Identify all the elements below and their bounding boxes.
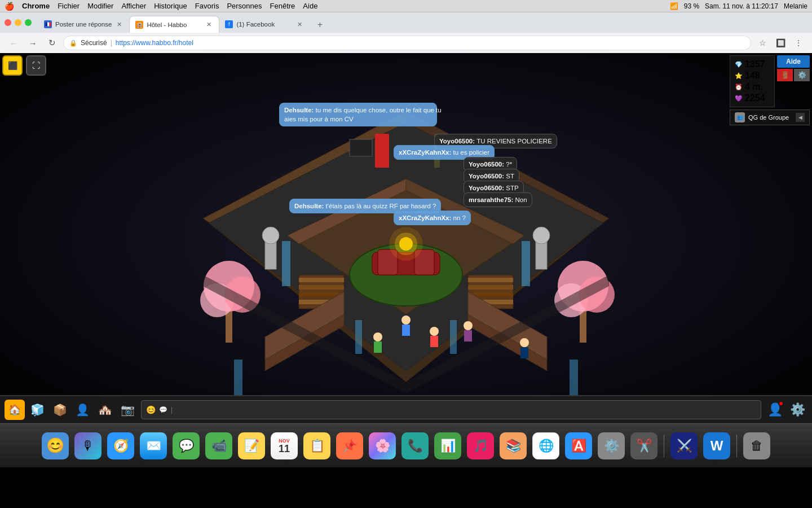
dock-numbers[interactable]: 📊 [433, 431, 463, 461]
calendar-icon: NOV 11 [271, 432, 298, 459]
menu-historique[interactable]: Historique [154, 2, 187, 10]
svg-rect-57 [570, 360, 578, 399]
bottom-left-icons: 🏠 🧊 📦 👤 🏘️ 📷 [5, 400, 138, 420]
svg-rect-44 [402, 325, 410, 336]
close-button[interactable] [5, 19, 11, 26]
chat-emoji-button[interactable]: 😊 [146, 405, 156, 414]
dock-mail[interactable]: ✉️ [138, 431, 169, 461]
heart-icon: 💜 [735, 95, 743, 102]
habbo-icon-rooms[interactable]: 🏘️ [95, 400, 115, 420]
chat-text-input[interactable] [171, 406, 756, 414]
forward-button[interactable]: → [25, 35, 41, 51]
menu-favoris[interactable]: Favoris [195, 2, 219, 10]
habbo-settings-icon[interactable]: ⚙️ [787, 400, 807, 420]
address-separator: | [111, 39, 112, 47]
window-controls [5, 19, 32, 26]
dock-facetime2[interactable]: 📞 [400, 431, 430, 461]
habbo-fullscreen-button[interactable]: ⛶ [26, 55, 46, 76]
hud-icon-buttons-row: 🚪 ⚙️ [777, 69, 810, 81]
dock-league[interactable]: ⚔️ [669, 431, 699, 461]
dock-safari[interactable]: 🧭 [105, 431, 136, 461]
tab3-close[interactable]: ✕ [295, 20, 304, 29]
dock-facetime[interactable]: 📹 [204, 431, 234, 461]
svg-rect-48 [374, 341, 382, 353]
dock-reminders2[interactable]: 📌 [334, 431, 365, 461]
chat-username-8: Dehsulte: [294, 203, 326, 209]
habbo-game-canvas[interactable]: Dehsulte: tu me dis quelque chose, outre… [0, 53, 812, 423]
macos-menubar: 🍎 Chrome Fichier Modifier Afficher Histo… [0, 0, 812, 12]
dock-notes2[interactable]: 📋 [302, 431, 332, 461]
reload-button[interactable]: ↻ [44, 35, 60, 51]
menu-personnes[interactable]: Personnes [227, 2, 262, 10]
svg-rect-18 [468, 285, 513, 290]
dock-word[interactable]: W [701, 431, 732, 461]
apple-menu[interactable]: 🍎 [5, 2, 14, 11]
dock-systemprefs[interactable]: ⚙️ [596, 431, 626, 461]
security-label: Sécurisé [81, 39, 107, 47]
dock-notes[interactable]: 📝 [236, 431, 267, 461]
dock-photos[interactable]: 🌸 [367, 431, 398, 461]
tab3-title: (1) Facebook [236, 21, 292, 28]
dock-finder[interactable]: 😊 [40, 431, 70, 461]
tab-poster-reponse[interactable]: 🇫🇷 Poster une réponse ✕ [38, 16, 129, 33]
menu-chrome[interactable]: Chrome [22, 2, 50, 10]
aide-button[interactable]: Aide [777, 55, 810, 68]
tab-habbo-hotel[interactable]: 🏨 Hôtel - Habbo ✕ [129, 16, 219, 33]
dock-messages[interactable]: 💬 [171, 431, 201, 461]
bookmark-star-button[interactable]: ☆ [754, 35, 770, 51]
svg-marker-41 [375, 134, 389, 168]
habbo-navigate-button[interactable]: 🚪 [777, 69, 793, 81]
chat-username-2: Yoyo06500: [439, 138, 476, 144]
back-button[interactable]: ← [6, 35, 21, 51]
chrome-menu-button[interactable]: ⋮ [791, 35, 806, 51]
dock-appstore[interactable]: 🅰️ [563, 431, 594, 461]
chat-text-3: tu es policier [453, 149, 490, 156]
dock-music[interactable]: 🎵 [465, 431, 496, 461]
dock-books[interactable]: 📚 [498, 431, 528, 461]
habbo-icon-catalog[interactable]: 🧊 [27, 400, 47, 420]
expand-icon: ⛶ [32, 61, 40, 70]
tab-facebook[interactable]: f (1) Facebook ✕ [219, 16, 310, 33]
habbo-home-button[interactable]: ⬛ [2, 55, 23, 76]
settings-icon: ⚙️ [790, 402, 805, 417]
dock-reminders[interactable]: NOV 11 [269, 431, 299, 461]
mail-icon: ✉️ [140, 432, 167, 459]
dock-trash[interactable]: 🗑 [742, 431, 772, 461]
habbo-icon-home[interactable]: 🏠 [5, 400, 25, 420]
chat-username-3: xXCraZyKahnXx: [399, 149, 453, 156]
svg-rect-46 [430, 336, 438, 347]
dock-chrome[interactable]: 🌐 [531, 431, 561, 461]
tab2-close[interactable]: ✕ [205, 20, 213, 29]
currency-value-1: 1357 [745, 59, 765, 69]
dock-separator-2 [736, 435, 737, 457]
dock-siri[interactable]: 🎙 [73, 431, 103, 461]
menu-afficher[interactable]: Afficher [121, 2, 146, 10]
minimize-button[interactable] [15, 19, 21, 26]
chat-input-wrapper[interactable]: 😊 💬 [141, 400, 761, 419]
maximize-button[interactable] [25, 19, 32, 26]
tab1-title: Poster une réponse [55, 21, 112, 28]
habbo-icon-inventory[interactable]: 📦 [50, 400, 70, 420]
currency-time: 4 m. [745, 82, 763, 92]
menu-fenetre[interactable]: Fenêtre [270, 2, 295, 10]
habbo-friends-button[interactable]: 👤 [765, 400, 785, 420]
svg-rect-53 [282, 241, 290, 286]
address-box[interactable]: 🔒 Sécurisé | https://www.habbo.fr/hotel [63, 36, 751, 50]
habbo-icon-avatar[interactable]: 👤 [72, 400, 92, 420]
svg-rect-55 [355, 320, 362, 354]
group-label: QG de Groupe [748, 114, 789, 121]
tab1-close[interactable]: ✕ [115, 20, 123, 29]
dock-scripteditor[interactable]: ✂️ [629, 431, 659, 461]
facetime-icon: 📹 [205, 432, 232, 459]
habbo-icon-camera[interactable]: 📷 [117, 400, 138, 420]
group-collapse-button[interactable]: ◀ [796, 113, 805, 122]
dock-separator [664, 435, 664, 457]
extension-icon[interactable]: 🔲 [773, 35, 788, 51]
habbo-settings-button[interactable]: ⚙️ [794, 69, 810, 81]
menu-fichier[interactable]: Fichier [58, 2, 80, 10]
hud-action-buttons: Aide 🚪 ⚙️ [777, 55, 810, 81]
friends-notification-badge [778, 401, 784, 406]
new-tab-button[interactable]: + [312, 17, 328, 33]
menu-modifier[interactable]: Modifier [87, 2, 113, 10]
menu-aide[interactable]: Aide [303, 2, 317, 10]
